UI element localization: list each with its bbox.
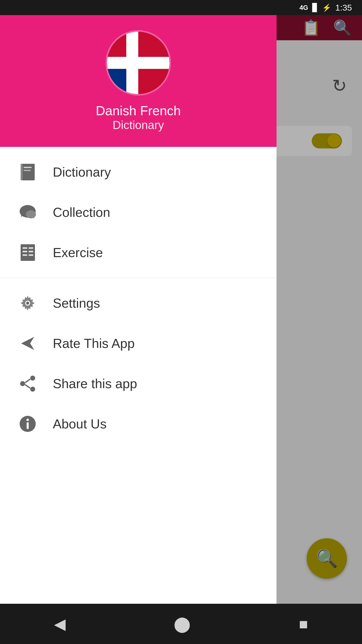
- navigation-bar: ◀ ⬤ ■: [0, 604, 362, 644]
- back-button[interactable]: ◀: [54, 615, 66, 633]
- drawer-app-subtitle: Dictionary: [113, 118, 164, 132]
- chat-bubble-icon: [18, 202, 38, 222]
- recents-button[interactable]: ■: [299, 615, 308, 633]
- drawer-app-name: Danish French: [96, 103, 181, 118]
- book-icon: [18, 162, 38, 182]
- gear-icon: [18, 293, 38, 313]
- sidebar-item-share[interactable]: Share this app: [0, 364, 277, 404]
- exercise-label: Exercise: [53, 245, 103, 260]
- svg-rect-8: [24, 170, 31, 171]
- share-label: Share this app: [53, 376, 137, 391]
- svg-line-25: [25, 385, 30, 388]
- battery-icon: ⚡: [322, 3, 331, 12]
- sidebar-item-rate[interactable]: Rate This App: [0, 323, 277, 364]
- svg-rect-27: [27, 422, 29, 429]
- svg-rect-11: [21, 244, 35, 261]
- drawer-top-section: Dictionary Collection: [0, 147, 277, 278]
- share-icon: [18, 374, 38, 394]
- drawer-bottom-section: Settings Rate This App: [0, 278, 277, 449]
- sidebar-item-collection[interactable]: Collection: [0, 192, 277, 232]
- list-icon: [18, 243, 38, 263]
- svg-point-20: [26, 302, 29, 305]
- svg-rect-15: [29, 251, 33, 252]
- svg-rect-16: [23, 254, 27, 256]
- svg-line-24: [25, 379, 30, 383]
- svg-rect-7: [24, 167, 32, 168]
- sidebar-item-about[interactable]: About Us: [0, 404, 277, 444]
- svg-rect-12: [23, 247, 27, 249]
- navigation-drawer: Danish French Dictionary Dictionary: [0, 0, 277, 644]
- svg-rect-5: [22, 164, 35, 180]
- flag-avatar: [106, 30, 171, 96]
- svg-point-23: [30, 387, 35, 392]
- send-icon: [18, 333, 38, 353]
- dictionary-label: Dictionary: [53, 165, 111, 180]
- info-icon: [18, 414, 38, 434]
- svg-point-10: [26, 210, 36, 218]
- svg-rect-6: [21, 164, 23, 180]
- about-label: About Us: [53, 416, 107, 431]
- home-button[interactable]: ⬤: [174, 615, 191, 633]
- svg-point-28: [26, 419, 29, 421]
- svg-rect-13: [29, 247, 33, 249]
- signal-bars-icon: ▊: [312, 3, 318, 12]
- drawer-overlay[interactable]: [277, 0, 362, 644]
- collection-label: Collection: [53, 205, 110, 220]
- drawer-header: Danish French Dictionary: [0, 0, 277, 147]
- svg-rect-2: [107, 57, 169, 69]
- svg-point-22: [20, 381, 25, 386]
- svg-rect-17: [29, 254, 33, 256]
- status-bar: 4G ▊ ⚡ 1:35: [0, 0, 362, 15]
- rate-label: Rate This App: [53, 336, 135, 351]
- settings-label: Settings: [53, 296, 100, 311]
- sidebar-item-dictionary[interactable]: Dictionary: [0, 152, 277, 192]
- drawer-menu: Dictionary Collection: [0, 147, 277, 644]
- svg-rect-14: [23, 251, 27, 252]
- svg-point-21: [30, 376, 35, 381]
- sidebar-item-settings[interactable]: Settings: [0, 283, 277, 323]
- signal-icon: 4G: [299, 4, 308, 12]
- sidebar-item-exercise[interactable]: Exercise: [0, 232, 277, 273]
- svg-rect-4: [107, 69, 126, 94]
- time-display: 1:35: [335, 3, 352, 13]
